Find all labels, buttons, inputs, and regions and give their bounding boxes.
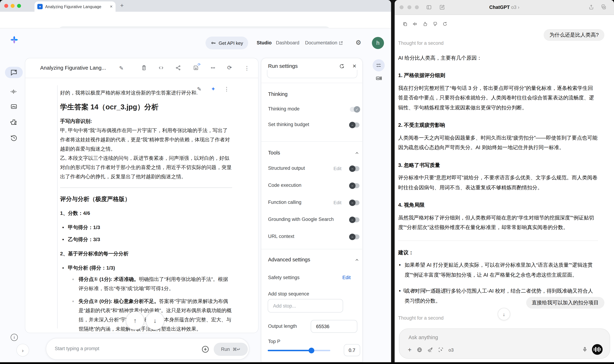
top-p-label: Top P (268, 339, 280, 344)
collapse-advanced-icon[interactable] (355, 258, 359, 262)
handwriting-label: 手写内容识别: (60, 117, 232, 126)
screen-capture-icon[interactable] (438, 347, 444, 353)
thumbs-down-icon[interactable] (432, 288, 438, 293)
regenerate-icon[interactable] (442, 21, 448, 27)
expand-sidebar-button[interactable]: › (16, 344, 29, 357)
close-panel-icon[interactable]: ✕ (352, 63, 356, 69)
get-code-icon[interactable] (158, 65, 164, 71)
assistant-intro: AI 给分比人类高，主要有几个原因： (398, 53, 598, 63)
sidebar-item-chat[interactable] (9, 68, 18, 77)
save-icon[interactable]: ⟳ (193, 65, 199, 71)
message-divider (398, 240, 598, 241)
regenerate-icon[interactable] (442, 288, 448, 293)
grounding-toggle[interactable]: − (350, 217, 359, 222)
voice-mode-button[interactable] (592, 344, 603, 355)
zoom-window-button[interactable] (17, 4, 21, 8)
run-button[interactable]: Run ⌘↵ (214, 343, 248, 356)
web-search-icon[interactable] (417, 347, 422, 353)
structured-output-toggle[interactable]: − (350, 166, 359, 171)
section-heading: 2. 不受主观疲劳影响 (398, 120, 598, 130)
scroll-up-button[interactable]: ↑ (126, 312, 144, 330)
thumbs-up-icon[interactable] (422, 288, 428, 293)
chatgpt-composer[interactable]: Ask anything + o3 (399, 328, 610, 359)
avatar[interactable]: h (372, 37, 384, 49)
desktop: ✦ Analyzing Figurative Language ✕ + ‹ › … (0, 0, 614, 364)
thumbs-up-icon[interactable] (422, 21, 428, 27)
refresh-icon[interactable]: ⟳ (227, 64, 232, 71)
reset-settings-icon[interactable] (339, 63, 345, 69)
tab-close-icon[interactable]: ✕ (110, 5, 113, 9)
compare-mode-icon[interactable] (210, 65, 216, 71)
get-api-key-button[interactable]: Get API key (205, 37, 248, 49)
run-settings-rail-button[interactable] (373, 59, 385, 71)
function-calling-toggle[interactable]: − (350, 200, 359, 205)
settings-gear-icon[interactable]: ⚙ (355, 39, 361, 47)
thought-label[interactable]: Thought for a second (398, 315, 444, 321)
deep-research-icon[interactable] (427, 347, 433, 353)
minimize-window-button[interactable] (11, 4, 14, 8)
prompt-title[interactable]: Analyzing Figurative Lang... (40, 65, 106, 71)
thinking-mode-toggle[interactable]: ✓ (350, 107, 359, 112)
sidebar-item-stream[interactable] (9, 87, 18, 96)
sidebar-item-build[interactable] (9, 117, 18, 127)
top-p-slider-knob[interactable] (309, 348, 314, 353)
new-tab-button[interactable]: + (120, 2, 124, 9)
aistudio-logo[interactable] (9, 35, 19, 45)
output-length-input[interactable]: 65536 (311, 320, 357, 333)
thinking-budget-toggle[interactable]: − (350, 122, 359, 128)
browser-tab[interactable]: ✦ Analyzing Figurative Language ✕ (34, 1, 116, 12)
read-aloud-icon[interactable] (412, 21, 418, 27)
scroll-to-bottom-button[interactable]: ↓ (498, 308, 510, 320)
media-resolution-rail-icon[interactable] (375, 75, 382, 82)
card-menu-icon[interactable]: ⋮ (244, 65, 250, 71)
function-calling-edit[interactable]: Edit (333, 200, 341, 205)
section-body: 评分标准中只要“意思对即可”就给分，不要求语言多么优美、文字多么规范。而人类阅卷… (398, 173, 598, 193)
output-length-label: Output length (268, 324, 297, 329)
chatgpt-titlebar: ChatGPT o3 › (395, 0, 614, 15)
thought-label[interactable]: Thought for a second (398, 38, 598, 48)
sidebar-item-history[interactable] (9, 133, 18, 143)
sidebar-item-media[interactable] (9, 102, 18, 111)
attach-icon[interactable]: + (408, 347, 411, 353)
prompt-input[interactable]: Start typing a prompt Run ⌘↵ (46, 338, 249, 360)
new-window-icon[interactable] (601, 4, 607, 10)
turn-rule (57, 85, 58, 328)
top-p-value-box[interactable]: 0.7 (344, 344, 360, 356)
copy-icon[interactable] (402, 21, 408, 27)
tool-grounding: Grounding with Google Search (268, 217, 334, 222)
chatgpt-title[interactable]: ChatGPT o3 › (395, 5, 614, 10)
composer-tools: + o3 (408, 347, 454, 353)
thumbs-down-icon[interactable] (432, 21, 438, 27)
scroll-down-button[interactable]: ↓ (146, 312, 164, 330)
divider (261, 83, 362, 83)
message-actions (402, 288, 448, 293)
safety-edit-link[interactable]: Edit (342, 275, 351, 280)
get-api-key-label: Get API key (219, 40, 243, 46)
score-list: 甲句得分：1/3 乙句得分：3/3 (60, 223, 232, 244)
share-conversation-icon[interactable] (588, 4, 594, 10)
url-context-toggle[interactable]: − (350, 234, 359, 239)
nav-dashboard[interactable]: Dashboard (276, 40, 299, 45)
nav-studio[interactable]: Studio (257, 40, 272, 45)
share-prompt-icon[interactable] (175, 65, 181, 71)
close-window-button[interactable] (4, 4, 8, 8)
system-instructions-icon[interactable] (141, 65, 147, 71)
nav-documentation[interactable]: Documentation (305, 40, 337, 45)
top-p-slider[interactable] (268, 350, 330, 351)
composer-model-chip[interactable]: o3 (449, 347, 454, 352)
add-media-icon[interactable] (201, 345, 209, 353)
structured-output-edit[interactable]: Edit (333, 166, 341, 171)
stop-sequence-input[interactable]: Add stop... (268, 299, 343, 312)
list-item: 乙句得分：3/3 (60, 235, 232, 244)
edit-title-icon[interactable]: ✎ (119, 65, 123, 71)
code-execution-toggle[interactable]: − (350, 183, 359, 188)
collapse-tools-icon[interactable] (355, 151, 359, 156)
section-heading: 3. 忽略了书写质量 (398, 160, 598, 170)
copy-icon[interactable] (402, 288, 408, 293)
response-intro: 好的，我将以极度严格的标准对这份新的学生答案进行评分和. (60, 88, 232, 97)
browser-tab-bar: ✦ Analyzing Figurative Language ✕ + (0, 0, 391, 12)
dictate-mic-icon[interactable] (582, 347, 588, 352)
section-body: 人类阅卷一天之内可能会因题量多、时间久而出现“疲劳扣分”——即使答到了要点也可能… (398, 133, 598, 153)
model-selector-partial[interactable] (267, 70, 357, 78)
read-aloud-icon[interactable] (412, 288, 418, 293)
